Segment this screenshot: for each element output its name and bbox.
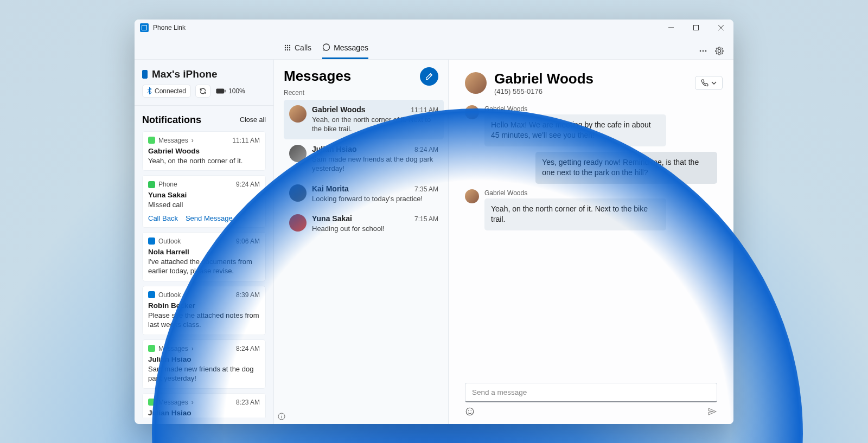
svg-point-8 xyxy=(287,47,288,48)
svg-point-10 xyxy=(285,49,286,50)
notification-title: Yuna Sakai xyxy=(148,191,260,199)
thread-item[interactable]: Gabriel Woods11:11 AM Yeah, on the north… xyxy=(284,100,444,139)
thread-time: 7:35 AM xyxy=(414,185,438,193)
notification-time: 11:11 AM xyxy=(232,137,260,144)
call-dropdown-button[interactable] xyxy=(695,76,723,90)
thread-time: 11:11 AM xyxy=(411,106,438,114)
emoji-icon xyxy=(465,407,475,416)
settings-button[interactable] xyxy=(715,47,724,55)
svg-point-22 xyxy=(466,408,474,415)
thread-name: Julian Hsiao xyxy=(312,145,356,153)
svg-point-4 xyxy=(285,44,286,46)
phone-icon xyxy=(701,79,709,87)
avatar xyxy=(289,145,307,162)
chat-header: Gabriel Woods (415) 555-0176 xyxy=(449,60,733,103)
thread-item[interactable]: Yuna Sakai7:15 AM Heading out for school… xyxy=(284,209,444,239)
notification-card[interactable]: Outlook9:06 AM Nola Harrell I've attache… xyxy=(142,232,266,281)
thread-item[interactable]: Julian Hsiao8:24 AM Sam made new friends… xyxy=(284,139,444,179)
outlook-app-icon xyxy=(148,291,155,298)
svg-point-11 xyxy=(287,49,288,50)
svg-rect-1 xyxy=(694,25,699,30)
message-input[interactable]: Send a message xyxy=(465,383,717,402)
notification-body: Sam made new friends at the dog park yes… xyxy=(148,364,260,383)
svg-point-16 xyxy=(705,50,707,52)
svg-point-20 xyxy=(281,414,282,415)
battery-icon xyxy=(216,88,226,94)
notification-body: Please see the attached notes from last … xyxy=(148,311,260,330)
tab-calls[interactable]: Calls xyxy=(284,43,311,59)
thread-item[interactable]: Kai Morita7:35 AM Looking forward to tod… xyxy=(284,179,444,209)
svg-point-13 xyxy=(323,44,330,50)
maximize-button[interactable] xyxy=(684,20,709,36)
message-sender: Gabriel Woods xyxy=(484,189,666,197)
device-name[interactable]: Max's iPhone xyxy=(142,68,266,80)
notifications-heading: Notifications xyxy=(142,114,201,126)
svg-rect-18 xyxy=(225,89,226,92)
info-button[interactable] xyxy=(274,409,448,424)
refresh-button[interactable] xyxy=(195,85,210,98)
notification-card[interactable]: Messages›8:23 AM Julian Hsiao Thanks for… xyxy=(142,393,266,418)
notification-time: 8:23 AM xyxy=(236,399,260,406)
notification-card[interactable]: Phone9:24 AM Yuna Sakai Missed call Call… xyxy=(142,175,266,228)
app-title: Phone Link xyxy=(153,24,186,31)
chat-body[interactable]: Gabriel Woods Hello Max! We are meeting … xyxy=(449,103,733,380)
send-button[interactable] xyxy=(707,407,717,416)
thread-preview: Yeah, on the north corner of it. Next to… xyxy=(312,115,438,134)
thread-name: Yuna Sakai xyxy=(312,214,352,223)
send-message-button[interactable]: Send Message xyxy=(186,214,233,222)
app-window: Phone Link Calls Messages xyxy=(135,20,733,424)
phone-app-icon xyxy=(148,181,155,188)
info-icon xyxy=(277,412,286,421)
outlook-app-icon xyxy=(148,237,155,245)
notification-list: Messages›11:11 AM Gabriel Woods Yeah, on… xyxy=(142,131,266,418)
more-icon xyxy=(699,47,707,55)
message-incoming: Gabriel Woods Hello Max! We are meeting … xyxy=(465,105,717,146)
thread-time: 8:24 AM xyxy=(414,146,438,153)
dialpad-icon xyxy=(284,44,291,52)
notification-title: Robin Becker xyxy=(148,301,260,310)
sidebar: Max's iPhone Connected 100% xyxy=(135,60,274,424)
chevron-right-icon: › xyxy=(192,137,194,144)
messages-app-icon xyxy=(148,399,155,406)
svg-point-23 xyxy=(468,410,469,411)
chat-avatar xyxy=(465,72,487,94)
message-outgoing: Yes, getting ready now! Remind me, is th… xyxy=(465,152,717,184)
compose-button[interactable] xyxy=(420,67,438,86)
connection-status[interactable]: Connected xyxy=(142,85,191,98)
notification-time: 8:39 AM xyxy=(236,291,260,299)
close-button[interactable] xyxy=(709,20,733,36)
svg-point-6 xyxy=(289,44,290,46)
message-avatar xyxy=(465,105,479,119)
call-back-button[interactable]: Call Back xyxy=(148,214,178,222)
notification-time: 9:24 AM xyxy=(236,181,260,188)
avatar xyxy=(289,214,307,232)
emoji-button[interactable] xyxy=(465,407,475,416)
svg-rect-17 xyxy=(216,88,224,93)
more-button[interactable] xyxy=(699,47,707,55)
compose-icon xyxy=(425,72,433,81)
notification-card[interactable]: Messages›11:11 AM Gabriel Woods Yeah, on… xyxy=(142,131,266,171)
close-all-button[interactable]: Close all xyxy=(240,116,266,124)
svg-point-7 xyxy=(285,47,286,48)
svg-point-9 xyxy=(289,47,290,48)
thread-name: Kai Morita xyxy=(312,184,349,193)
notification-title: Gabriel Woods xyxy=(148,147,260,155)
tab-messages[interactable]: Messages xyxy=(322,43,368,59)
message-avatar xyxy=(465,189,479,203)
message-sender: Gabriel Woods xyxy=(484,105,666,113)
notification-card[interactable]: Outlook8:39 AM Robin Becker Please see t… xyxy=(142,286,266,335)
chevron-down-icon xyxy=(711,80,717,86)
notification-card[interactable]: Messages›8:24 AM Julian Hsiao Sam made n… xyxy=(142,339,266,389)
bluetooth-icon xyxy=(147,87,152,94)
messages-list-pane: Messages Recent Gabriel Woods11:11 AM Ye… xyxy=(274,60,449,424)
messages-app-icon xyxy=(148,345,155,352)
close-icon xyxy=(718,25,724,30)
titlebar: Phone Link xyxy=(135,20,733,36)
notification-body: Missed call xyxy=(148,200,260,210)
thread-preview: Heading out for school! xyxy=(312,224,438,234)
notification-body: Yeah, on the north corner of it. xyxy=(148,156,260,166)
message-bubble: Yeah, on the north corner of it. Next to… xyxy=(484,198,666,230)
minimize-button[interactable] xyxy=(659,20,684,36)
svg-point-24 xyxy=(471,410,472,411)
svg-point-12 xyxy=(289,49,290,50)
